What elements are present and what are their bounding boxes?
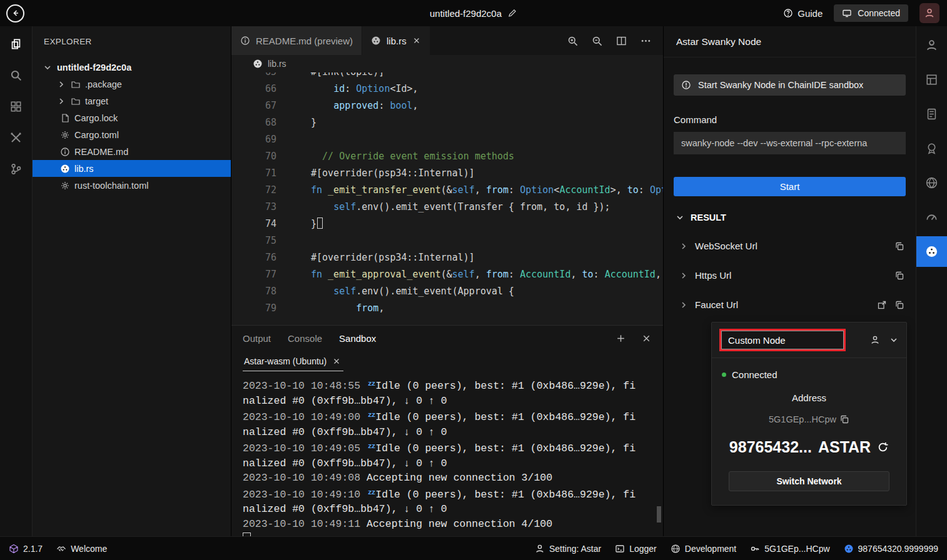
activity-source-control[interactable] bbox=[1, 155, 31, 182]
activity-extensions[interactable] bbox=[1, 92, 31, 120]
copy-icon[interactable] bbox=[894, 271, 904, 281]
code-line-71[interactable]: 71#[overrider(psp34::Internal)] bbox=[231, 165, 663, 182]
panel-tab-console[interactable]: Console bbox=[288, 331, 322, 346]
node-select-row: Custom Node bbox=[712, 322, 906, 358]
gauge-icon bbox=[925, 211, 938, 224]
close-panel-icon[interactable] bbox=[641, 333, 652, 344]
activity-monitor[interactable] bbox=[917, 202, 947, 232]
tree-item-rust-toolchain-toml[interactable]: rust-toolchain.toml bbox=[33, 177, 231, 194]
result-https-url[interactable]: Https Url bbox=[664, 261, 916, 290]
activity-astar-plugin[interactable] bbox=[916, 236, 947, 267]
status-environment[interactable]: Development bbox=[671, 544, 737, 554]
activity-build-tools[interactable] bbox=[1, 124, 31, 151]
activity-notes[interactable] bbox=[917, 99, 947, 129]
idle-icon: zz bbox=[368, 442, 375, 450]
code-line-70[interactable]: 70 // Override event emission methods bbox=[231, 148, 663, 165]
code-line-75[interactable]: 75 bbox=[231, 232, 663, 249]
tree-item-target[interactable]: target bbox=[33, 92, 231, 109]
zoom-in-icon[interactable] bbox=[567, 35, 579, 47]
more-actions-icon[interactable] bbox=[640, 35, 652, 47]
add-terminal-icon[interactable] bbox=[615, 333, 626, 344]
switch-network-button[interactable]: Switch Network bbox=[729, 471, 889, 491]
tree-item-lib-rs[interactable]: lib.rs bbox=[33, 160, 231, 177]
node-select[interactable]: Custom Node bbox=[721, 331, 844, 349]
code-line-79[interactable]: 79 from, bbox=[231, 300, 663, 317]
sandbox-banner: Start Swanky Node in ChainIDE sandbox bbox=[674, 74, 906, 96]
line-number: 70 bbox=[231, 148, 276, 165]
code-line-73[interactable]: 73 self.env().emit_event(Transfer { from… bbox=[231, 199, 663, 216]
connected-button[interactable]: Connected bbox=[834, 4, 908, 22]
status-setting-astar[interactable]: Setting: Astar bbox=[535, 544, 601, 554]
zoom-out-icon[interactable] bbox=[591, 35, 603, 47]
result-section-toggle[interactable]: RESULT bbox=[664, 204, 916, 231]
result-websocket-url[interactable]: WebSocket Url bbox=[664, 231, 916, 261]
extensions-icon bbox=[9, 100, 23, 113]
tree-item-cargo-lock[interactable]: Cargo.lock bbox=[33, 109, 231, 126]
guide-button[interactable]: Guide bbox=[783, 8, 823, 19]
status-logger[interactable]: Logger bbox=[615, 544, 657, 554]
code-line-68[interactable]: 68} bbox=[231, 114, 663, 131]
editor-actions bbox=[567, 26, 663, 55]
tree-label: lib.rs bbox=[74, 164, 94, 174]
result-faucet-url[interactable]: Faucet Url bbox=[664, 290, 916, 319]
activity-layout[interactable] bbox=[917, 64, 947, 95]
close-icon[interactable] bbox=[332, 357, 341, 366]
editor-tabbar: README.md (preview)lib.rs bbox=[231, 26, 663, 55]
text-cursor bbox=[317, 218, 323, 229]
statusbar-right: Setting: AstarLoggerDevelopment5G1GEp...… bbox=[535, 544, 938, 554]
swanky-node-panel: Astar Swanky Node Start Swanky Node in C… bbox=[663, 26, 916, 536]
folder-icon bbox=[71, 79, 81, 89]
avatar[interactable] bbox=[919, 3, 939, 23]
split-editor-icon[interactable] bbox=[615, 35, 627, 47]
copy-icon[interactable] bbox=[839, 414, 849, 424]
code-line-66[interactable]: 66 id: Option<Id>, bbox=[231, 81, 663, 98]
code-editor[interactable]: 65#[ink(topic)]66 id: Option<Id>,67 appr… bbox=[231, 72, 663, 325]
tree-item-cargo-toml[interactable]: Cargo.toml bbox=[33, 126, 231, 143]
panel-tab-sandbox[interactable]: Sandbox bbox=[339, 331, 376, 346]
balance-unit: ASTAR bbox=[818, 438, 871, 456]
code-line-74[interactable]: 74} bbox=[231, 216, 663, 232]
tab-lib-rs[interactable]: lib.rs bbox=[362, 26, 430, 55]
external-icon[interactable] bbox=[877, 300, 887, 310]
tree-item-untitled-f29d2c0a[interactable]: untitled-f29d2c0a bbox=[33, 59, 231, 76]
activity-account[interactable] bbox=[917, 30, 947, 61]
person-icon bbox=[924, 8, 935, 19]
address-row: 5G1GEp...HCpw bbox=[712, 414, 906, 424]
activity-explorer[interactable] bbox=[1, 30, 31, 58]
code-line-69[interactable]: 69 bbox=[231, 131, 663, 148]
command-input[interactable] bbox=[674, 132, 906, 154]
terminal-tab[interactable]: Astar-wasm (Ubuntu) bbox=[243, 356, 343, 371]
status-label: 5G1GEp...HCpw bbox=[764, 544, 829, 554]
tree-item-package[interactable]: .package bbox=[33, 76, 231, 92]
status-label: 2.1.7 bbox=[23, 544, 43, 554]
status-version[interactable]: 2.1.7 bbox=[9, 544, 43, 554]
status-wallet-balance[interactable]: 987654320.9999999 bbox=[844, 544, 938, 554]
code-line-72[interactable]: 72fn _emit_transfer_event(&self, from: O… bbox=[231, 182, 663, 199]
tab-readme-md-preview[interactable]: README.md (preview) bbox=[231, 26, 362, 55]
close-icon[interactable] bbox=[412, 36, 421, 45]
code-line-65[interactable]: 65#[ink(topic)] bbox=[231, 72, 663, 81]
activity-web[interactable] bbox=[917, 168, 947, 198]
activity-badge[interactable] bbox=[917, 133, 947, 164]
status-welcome[interactable]: Welcome bbox=[56, 544, 107, 554]
copy-icon[interactable] bbox=[894, 300, 904, 310]
account-icon[interactable] bbox=[870, 335, 880, 345]
activity-search[interactable] bbox=[1, 61, 31, 89]
start-button[interactable]: Start bbox=[674, 177, 906, 196]
code-line-67[interactable]: 67 approved: bool, bbox=[231, 98, 663, 114]
tree-item-readme-md[interactable]: README.md bbox=[33, 143, 231, 160]
edit-title-icon[interactable] bbox=[507, 8, 517, 18]
code-line-77[interactable]: 77fn _emit_approval_event(&self, from: A… bbox=[231, 266, 663, 283]
line-number: 69 bbox=[231, 131, 276, 148]
panel-tab-output[interactable]: Output bbox=[243, 331, 271, 346]
line-number: 71 bbox=[231, 165, 276, 182]
chevron-down-icon[interactable] bbox=[889, 335, 899, 345]
status-wallet-address[interactable]: 5G1GEp...HCpw bbox=[750, 544, 829, 554]
back-button[interactable] bbox=[6, 4, 24, 22]
code-line-78[interactable]: 78 self.env().emit_event(Approval { bbox=[231, 283, 663, 300]
refresh-icon[interactable] bbox=[877, 441, 889, 453]
code-line-76[interactable]: 76#[overrider(psp34::Internal)] bbox=[231, 249, 663, 266]
copy-icon[interactable] bbox=[894, 241, 904, 251]
line-number: 77 bbox=[231, 266, 276, 283]
terminal-scrollbar[interactable] bbox=[657, 506, 661, 522]
